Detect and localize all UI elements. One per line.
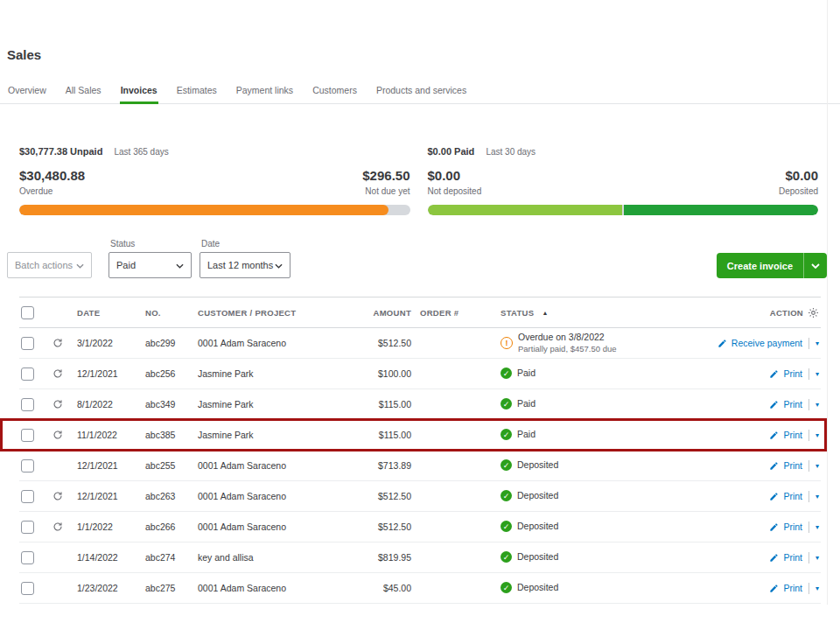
row-checkbox[interactable] <box>21 429 34 442</box>
action-dropdown-caret[interactable]: ▾ <box>816 493 819 500</box>
table-row[interactable]: 1/23/2022 abc275 0001 Adam Saraceno $45.… <box>19 573 821 604</box>
action-link[interactable]: Print <box>783 368 802 379</box>
tab-overview[interactable]: Overview <box>7 81 47 103</box>
edit-pencil-icon[interactable] <box>769 369 779 379</box>
overdue-amount: $30,480.88 <box>19 168 85 183</box>
tab-payment-links[interactable]: Payment links <box>235 81 294 103</box>
row-checkbox[interactable] <box>21 582 34 595</box>
invoice-actions: Print ▾ <box>707 460 821 472</box>
date-filter-dropdown[interactable]: Last 12 months <box>200 252 290 278</box>
tab-invoices[interactable]: Invoices <box>120 81 158 104</box>
invoices-table: DATE NO. CUSTOMER / PROJECT AMOUNT ORDER… <box>19 297 821 604</box>
row-checkbox[interactable] <box>21 490 34 503</box>
action-link[interactable]: Print <box>783 522 802 532</box>
tab-customers[interactable]: Customers <box>312 81 358 103</box>
status-filter-dropdown[interactable]: Paid <box>108 252 192 278</box>
tab-estimates[interactable]: Estimates <box>176 81 218 103</box>
deposited-block[interactable]: $0.00 Deposited <box>779 168 818 196</box>
select-all-checkbox[interactable] <box>21 306 34 319</box>
action-dropdown-caret[interactable]: ▾ <box>816 462 819 470</box>
paid-progress-bar[interactable] <box>428 205 819 215</box>
status-label: Paid <box>517 429 536 441</box>
invoice-actions: Print ▾ <box>707 399 821 410</box>
unpaid-summary: $30,777.38 Unpaid Last 365 days $30,480.… <box>19 146 410 215</box>
paid-check-icon: ✓ <box>500 490 512 501</box>
overdue-bar-segment[interactable] <box>19 205 388 215</box>
action-dropdown-caret[interactable]: ▾ <box>816 584 819 592</box>
customer-header[interactable]: CUSTOMER / PROJECT <box>198 308 338 318</box>
action-dropdown-caret[interactable]: ▾ <box>816 340 819 347</box>
overdue-block[interactable]: $30,480.88 Overdue <box>19 168 85 196</box>
edit-pencil-icon[interactable] <box>769 400 779 410</box>
row-checkbox[interactable] <box>21 521 34 534</box>
invoice-status: ✓ ! Deposited <box>494 521 707 533</box>
batch-actions-dropdown[interactable]: Batch actions <box>7 252 92 278</box>
not-deposited-bar-segment[interactable] <box>428 205 622 215</box>
deposited-bar-segment[interactable] <box>624 205 818 215</box>
status-label: Deposited <box>517 582 558 594</box>
action-link[interactable]: Receive payment <box>732 338 802 348</box>
date-header[interactable]: DATE <box>77 308 145 318</box>
row-checkbox[interactable] <box>21 368 34 381</box>
edit-pencil-icon[interactable] <box>769 522 779 532</box>
row-checkbox[interactable] <box>21 398 34 411</box>
status-label: Paid <box>517 368 536 380</box>
action-link[interactable]: Print <box>783 430 802 440</box>
action-dropdown-caret[interactable]: ▾ <box>816 554 819 562</box>
table-row[interactable]: 12/1/2021 abc256 Jasmine Park $100.00 ✓ … <box>19 359 821 389</box>
edit-pencil-icon[interactable] <box>769 430 779 440</box>
edit-pencil-icon[interactable] <box>718 339 727 348</box>
action-dropdown-caret[interactable]: ▾ <box>816 431 819 439</box>
table-row[interactable]: 1/14/2022 abc274 key and allisa $819.95 … <box>19 542 821 573</box>
invoice-amount: $115.00 <box>338 430 411 440</box>
action-dropdown-caret[interactable]: ▾ <box>816 370 819 378</box>
action-divider <box>808 460 809 472</box>
edit-pencil-icon[interactable] <box>769 461 779 471</box>
paid-period: Last 30 days <box>486 147 536 157</box>
invoice-actions: Receive payment ▾ <box>707 338 821 349</box>
action-header: ACTION <box>707 307 821 318</box>
edit-pencil-icon[interactable] <box>769 553 779 563</box>
table-row[interactable]: 1/1/2022 abc266 0001 Adam Saraceno $512.… <box>19 512 821 542</box>
recurring-icon <box>52 399 63 410</box>
table-row[interactable]: 8/1/2022 abc349 Jasmine Park $115.00 ✓ !… <box>19 389 821 420</box>
paid-total: $0.00 Paid <box>428 146 475 157</box>
status-header[interactable]: STATUS ▲ <box>494 308 707 318</box>
tab-all-sales[interactable]: All Sales <box>65 81 102 103</box>
gear-icon[interactable] <box>808 307 819 318</box>
create-invoice-dropdown-caret[interactable] <box>804 253 827 278</box>
number-header[interactable]: NO. <box>145 308 198 318</box>
action-dropdown-caret[interactable]: ▾ <box>816 523 819 531</box>
action-link[interactable]: Print <box>783 552 802 563</box>
edit-pencil-icon[interactable] <box>769 492 779 501</box>
page-title: Sales <box>7 47 840 62</box>
action-link[interactable]: Print <box>783 460 802 471</box>
row-checkbox[interactable] <box>21 551 34 564</box>
create-invoice-button[interactable]: Create invoice <box>717 253 827 278</box>
chevron-down-icon <box>275 260 283 270</box>
invoice-actions: Print ▾ <box>707 430 821 441</box>
not-due-block[interactable]: $296.50 Not due yet <box>362 168 410 196</box>
table-row[interactable]: 12/1/2021 abc255 0001 Adam Saraceno $713… <box>19 451 821 481</box>
action-link[interactable]: Print <box>783 583 802 593</box>
table-row[interactable]: 12/1/2021 abc263 0001 Adam Saraceno $512… <box>19 481 821 512</box>
not-deposited-block[interactable]: $0.00 Not deposited <box>428 168 482 196</box>
action-dropdown-caret[interactable]: ▾ <box>816 401 819 409</box>
invoice-customer: 0001 Adam Saraceno <box>198 491 338 501</box>
invoice-status: ✓ ! Paid <box>494 368 707 380</box>
order-header[interactable]: ORDER # <box>411 308 494 318</box>
table-header-row: DATE NO. CUSTOMER / PROJECT AMOUNT ORDER… <box>19 297 821 328</box>
edit-pencil-icon[interactable] <box>769 584 779 593</box>
tab-products-services[interactable]: Products and services <box>375 81 467 103</box>
action-link[interactable]: Print <box>783 399 802 410</box>
invoice-date: 1/14/2022 <box>77 552 145 563</box>
sales-summary: $30,777.38 Unpaid Last 365 days $30,480.… <box>19 146 818 215</box>
table-row[interactable]: 11/1/2022 abc385 Jasmine Park $115.00 ✓ … <box>19 420 821 451</box>
row-checkbox[interactable] <box>21 459 34 472</box>
amount-header[interactable]: AMOUNT <box>338 308 411 318</box>
status-label: Deposited <box>517 459 558 472</box>
unpaid-progress-bar[interactable] <box>19 205 410 215</box>
table-row[interactable]: 3/1/2022 abc299 0001 Adam Saraceno $512.… <box>19 328 821 359</box>
action-link[interactable]: Print <box>783 491 802 501</box>
row-checkbox[interactable] <box>21 337 34 350</box>
